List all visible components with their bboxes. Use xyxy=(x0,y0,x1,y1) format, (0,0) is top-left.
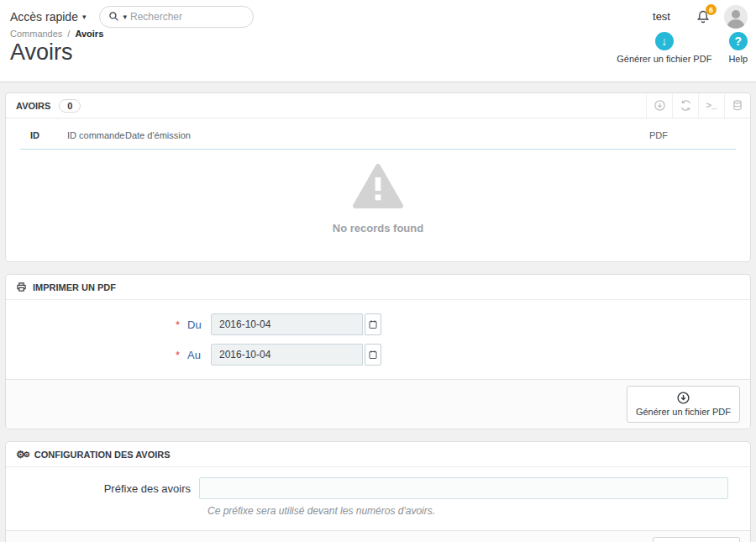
warning-triangle-icon xyxy=(352,163,404,210)
column-header-pdf: PDF xyxy=(649,124,736,150)
grid-panel-title: AVOIRS xyxy=(16,101,50,111)
avatar[interactable] xyxy=(724,5,748,29)
help-label: Help xyxy=(728,54,748,64)
employee-name: test xyxy=(653,10,670,23)
printer-icon xyxy=(16,282,27,292)
date-to-row: * Au xyxy=(6,344,750,366)
main-content: AVOIRS 0 >_ xyxy=(0,82,756,542)
save-button[interactable]: Enregistrer xyxy=(653,537,740,542)
credit-slips-table: ID ID commande Date d'émission PDF xyxy=(20,124,736,150)
sql-console-icon[interactable]: >_ xyxy=(698,93,724,118)
configuration-panel: ⚙⚙ CONFIGURATION DES AVOIRS Préfixe des … xyxy=(5,441,751,542)
credit-slips-grid-panel: AVOIRS 0 >_ xyxy=(5,92,751,262)
date-from-input[interactable] xyxy=(211,313,363,335)
generate-pdf-submit-button[interactable]: Générer un fichier PDF xyxy=(627,386,740,423)
calendar-icon[interactable] xyxy=(365,344,381,366)
table-header-row: ID ID commande Date d'émission PDF xyxy=(20,124,736,150)
print-panel-footer: Générer un fichier PDF xyxy=(6,379,750,429)
column-header-issue-date[interactable]: Date d'émission xyxy=(125,124,649,150)
date-to-label: Au xyxy=(187,349,203,361)
person-icon xyxy=(724,5,748,29)
config-panel-title: CONFIGURATION DES AVOIRS xyxy=(34,450,171,460)
grid-panel-header: AVOIRS 0 >_ xyxy=(6,93,750,118)
quick-access-menu[interactable]: Accès rapide ▾ xyxy=(10,10,86,24)
prefix-input[interactable] xyxy=(199,477,728,499)
required-marker: * xyxy=(176,318,185,331)
column-header-order-id[interactable]: ID commande xyxy=(67,124,125,150)
export-icon[interactable] xyxy=(646,93,672,118)
search-box[interactable]: ▾ xyxy=(99,6,254,28)
calendar-icon[interactable] xyxy=(365,313,381,335)
breadcrumb-separator: / xyxy=(67,29,70,39)
config-panel-header: ⚙⚙ CONFIGURATION DES AVOIRS xyxy=(6,442,750,467)
search-icon[interactable] xyxy=(108,11,119,22)
gears-icon: ⚙⚙ xyxy=(16,449,29,460)
chevron-down-icon: ▾ xyxy=(82,13,87,21)
download-circle-dark-icon xyxy=(636,391,731,405)
print-pdf-panel: IMPRIMER UN PDF * Du * Au xyxy=(5,274,751,429)
notifications-button[interactable]: 6 xyxy=(696,8,711,24)
quick-access-label: Accès rapide xyxy=(10,10,78,24)
refresh-icon[interactable] xyxy=(672,93,698,118)
date-from-row: * Du xyxy=(6,313,750,335)
required-marker: * xyxy=(176,349,185,361)
record-count-badge: 0 xyxy=(59,99,81,113)
help-button[interactable]: ? Help xyxy=(728,32,748,64)
prefix-label: Préfixe des avoirs xyxy=(21,482,199,495)
date-from-label: Du xyxy=(187,318,203,331)
generate-pdf-header-button[interactable]: ↓ Générer un fichier PDF xyxy=(617,32,711,64)
print-panel-title: IMPRIMER UN PDF xyxy=(33,282,116,292)
empty-message: No records found xyxy=(6,222,750,234)
generate-pdf-submit-label: Générer un fichier PDF xyxy=(636,407,731,417)
print-panel-header: IMPRIMER UN PDF xyxy=(6,275,750,300)
prefix-help-text: Ce préfixe sera utilisé devant les numér… xyxy=(207,505,735,517)
search-scope-caret-icon[interactable]: ▾ xyxy=(123,13,127,21)
notification-count-badge: 6 xyxy=(706,4,717,15)
generate-pdf-header-label: Générer un fichier PDF xyxy=(617,54,711,64)
top-header: Accès rapide ▾ ▾ test 6 xyxy=(0,0,756,82)
prefix-field-row: Préfixe des avoirs xyxy=(21,477,735,499)
config-panel-footer: Enregistrer xyxy=(6,530,750,542)
empty-state: No records found xyxy=(6,150,750,261)
download-circle-icon: ↓ xyxy=(655,32,674,50)
grid-toolbar: >_ xyxy=(646,93,750,118)
database-icon[interactable] xyxy=(724,93,750,118)
breadcrumb-parent[interactable]: Commandes xyxy=(10,29,62,39)
date-to-input[interactable] xyxy=(211,344,363,366)
search-input[interactable] xyxy=(130,11,244,23)
breadcrumb-current: Avoirs xyxy=(75,29,103,39)
column-header-id[interactable]: ID xyxy=(20,124,67,150)
question-circle-icon: ? xyxy=(729,32,748,50)
